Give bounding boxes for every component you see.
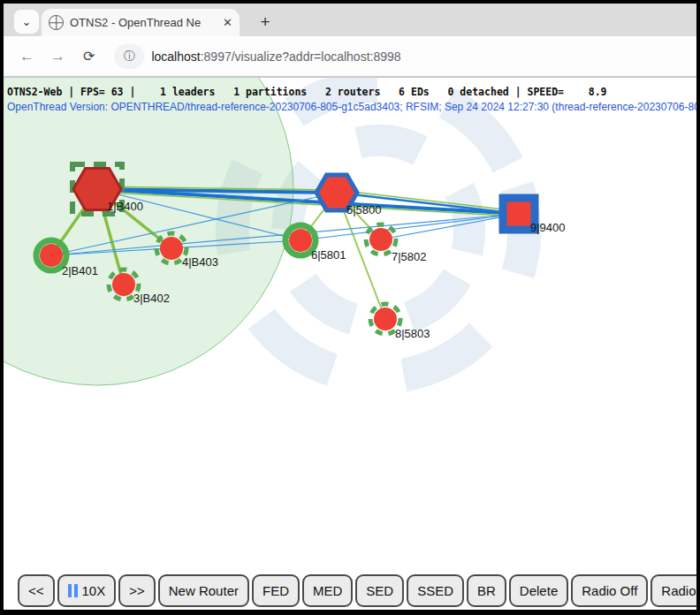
plus-icon: +: [260, 12, 270, 32]
tab-strip: ⌄ OTNS2 - OpenThread Ne ✕ +: [4, 4, 696, 36]
url-host: localhost: [151, 49, 200, 64]
window-frame-top: [0, 0, 700, 4]
delete-button[interactable]: Delete: [509, 574, 568, 607]
pause-icon: [68, 584, 78, 597]
tab-search-button[interactable]: ⌄: [14, 10, 39, 34]
node-3|B402[interactable]: [112, 273, 135, 296]
fed-button[interactable]: FED: [252, 574, 300, 607]
info-icon: ⓘ: [124, 49, 135, 65]
speed-button[interactable]: 10X: [57, 574, 117, 607]
radio-off-button[interactable]: Radio Off: [571, 574, 648, 607]
reload-icon[interactable]: ⟳: [83, 48, 95, 65]
node-2|B401[interactable]: [40, 244, 63, 267]
browser-tab[interactable]: OTNS2 - OpenThread Ne ✕: [42, 9, 240, 36]
node-8|5803[interactable]: [374, 308, 397, 330]
node-6|5801[interactable]: [289, 229, 312, 252]
br-button[interactable]: BR: [467, 574, 506, 607]
node-label-3|B402: 3|B402: [133, 292, 170, 305]
url-path: :8997/visualize?addr=localhost:8998: [201, 49, 401, 64]
address-input[interactable]: localhost:8997/visualize?addr=localhost:…: [151, 49, 400, 64]
simulator-toolbar: << 10X >> New Router FED MED SED SSED BR…: [18, 574, 700, 607]
new-tab-button[interactable]: +: [254, 11, 277, 34]
node-label-1|B400: 1|B400: [107, 200, 143, 213]
node-label-5|5800: 5|5800: [346, 203, 382, 216]
back-icon[interactable]: ←: [19, 48, 34, 65]
med-button[interactable]: MED: [302, 574, 353, 607]
ssed-button[interactable]: SSED: [407, 574, 464, 607]
speed-down-button[interactable]: <<: [18, 574, 55, 607]
node-label-2|B401: 2|B401: [62, 264, 98, 277]
url-bar: ← → ⟳ ⓘ localhost:8997/visualize?addr=lo…: [4, 36, 696, 78]
node-label-7|5802: 7|5802: [392, 250, 427, 263]
node-label-9|9400: 9|9400: [530, 221, 566, 234]
new-router-button[interactable]: New Router: [158, 574, 249, 607]
openthread-version-line: OpenThread Version: OPENTHREAD/thread-re…: [7, 101, 696, 113]
site-info-button[interactable]: ⓘ: [114, 44, 144, 69]
tab-title: OTNS2 - OpenThread Ne: [70, 16, 219, 29]
link-6-9: [301, 214, 519, 240]
node-label-8|5803: 8|5803: [395, 327, 430, 340]
globe-icon: [49, 15, 64, 30]
node-label-4|B403: 4|B403: [182, 255, 218, 269]
status-bar: OTNS2-Web | FPS= 63 | 1 leaders 1 partit…: [7, 86, 607, 98]
window-frame-bottom: [0, 610, 700, 615]
chevron-down-icon: ⌄: [22, 15, 32, 28]
tab-close-icon[interactable]: ✕: [223, 16, 232, 29]
window-frame-right: [696, 0, 700, 615]
sed-button[interactable]: SED: [355, 574, 404, 607]
radio-on-button[interactable]: Radio On: [651, 574, 700, 607]
node-7|5802[interactable]: [369, 228, 392, 251]
node-label-6|5801: 6|5801: [311, 248, 346, 262]
speed-up-button[interactable]: >>: [118, 574, 156, 607]
node-4|B403[interactable]: [160, 237, 183, 260]
forward-icon[interactable]: →: [50, 48, 65, 65]
window-frame-left: [0, 0, 4, 615]
link-7-9: [381, 214, 519, 239]
